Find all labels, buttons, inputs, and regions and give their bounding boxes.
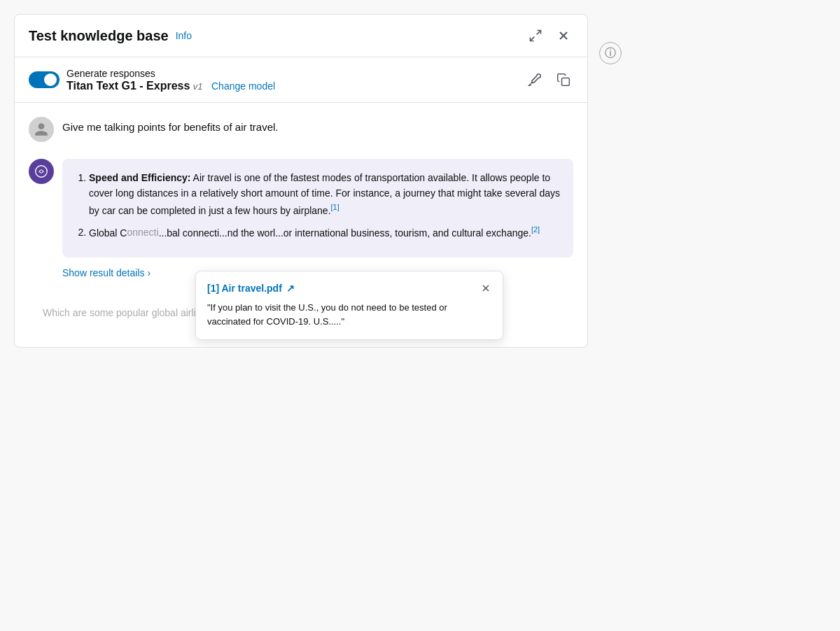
svg-line-1 xyxy=(531,37,535,41)
panel-title: Test knowledge base xyxy=(29,28,169,44)
copy-button[interactable] xyxy=(554,70,573,90)
citation-popup-close-button[interactable] xyxy=(480,283,491,294)
expand-icon xyxy=(528,29,542,43)
citation-2[interactable]: [2] xyxy=(531,225,540,234)
ai-avatar xyxy=(29,159,54,184)
user-icon xyxy=(34,122,49,137)
svg-point-6 xyxy=(40,170,43,173)
chat-area: Give me talking points for benefits of a… xyxy=(15,103,587,347)
ai-response-text: Speed and Efficiency: Air travel is one … xyxy=(75,170,561,241)
copy-icon xyxy=(556,73,570,87)
toggle-slider xyxy=(29,71,59,88)
brush-button[interactable] xyxy=(524,69,545,90)
response-item-2: Global Connecti...bal connecti...nd the … xyxy=(89,224,561,241)
citation-popup-title: [1] Air travel.pdf ↗ xyxy=(207,283,295,294)
ai-response-wrapper: Speed and Efficiency: Air travel is one … xyxy=(62,159,573,278)
generate-label: Generate responses xyxy=(66,68,155,79)
ai-response-box: Speed and Efficiency: Air travel is one … xyxy=(62,159,573,257)
brush-icon xyxy=(527,72,542,87)
response-item-1: Speed and Efficiency: Air travel is one … xyxy=(89,170,561,218)
citation-close-icon xyxy=(480,283,491,294)
header-right xyxy=(526,26,573,45)
change-model-link[interactable]: Change model xyxy=(211,80,275,92)
model-right xyxy=(524,69,573,90)
main-panel: Test knowledge base Info xyxy=(14,14,588,348)
info-icon: ⓘ xyxy=(605,46,616,61)
citation-popup-link[interactable]: [1] Air travel.pdf xyxy=(207,283,282,294)
expand-button[interactable] xyxy=(526,26,545,45)
info-circle-button[interactable]: ⓘ xyxy=(599,42,622,64)
close-button[interactable] xyxy=(554,26,573,45)
user-message-text: Give me talking points for benefits of a… xyxy=(62,117,278,133)
side-info: ⓘ xyxy=(599,14,622,348)
model-version: v1 xyxy=(193,81,203,92)
info-link[interactable]: Info xyxy=(176,30,192,41)
user-avatar xyxy=(29,117,54,142)
model-info: Generate responses Titan Text G1 - Expre… xyxy=(66,67,275,92)
model-name: Titan Text G1 - Express xyxy=(66,80,190,92)
citation-1[interactable]: [1] xyxy=(331,203,340,211)
citation-popup-header: [1] Air travel.pdf ↗ xyxy=(207,283,491,294)
external-link-icon: ↗ xyxy=(286,283,295,294)
model-section: Generate responses Titan Text G1 - Expre… xyxy=(15,57,587,103)
model-left: Generate responses Titan Text G1 - Expre… xyxy=(29,67,275,92)
svg-rect-4 xyxy=(562,78,570,86)
ai-message-container: Speed and Efficiency: Air travel is one … xyxy=(29,159,573,278)
svg-line-0 xyxy=(537,31,541,35)
panel-header: Test knowledge base Info xyxy=(15,15,587,57)
generate-toggle[interactable] xyxy=(29,71,59,88)
ai-icon xyxy=(34,164,49,179)
citation-popup-body: "If you plan to visit the U.S., you do n… xyxy=(207,301,491,328)
close-icon xyxy=(556,29,570,43)
user-message: Give me talking points for benefits of a… xyxy=(29,117,573,142)
input-placeholder-text: Which are some popular global airlines? xyxy=(43,307,217,318)
header-left: Test knowledge base Info xyxy=(29,28,192,44)
citation-popup: [1] Air travel.pdf ↗ " xyxy=(195,271,503,340)
